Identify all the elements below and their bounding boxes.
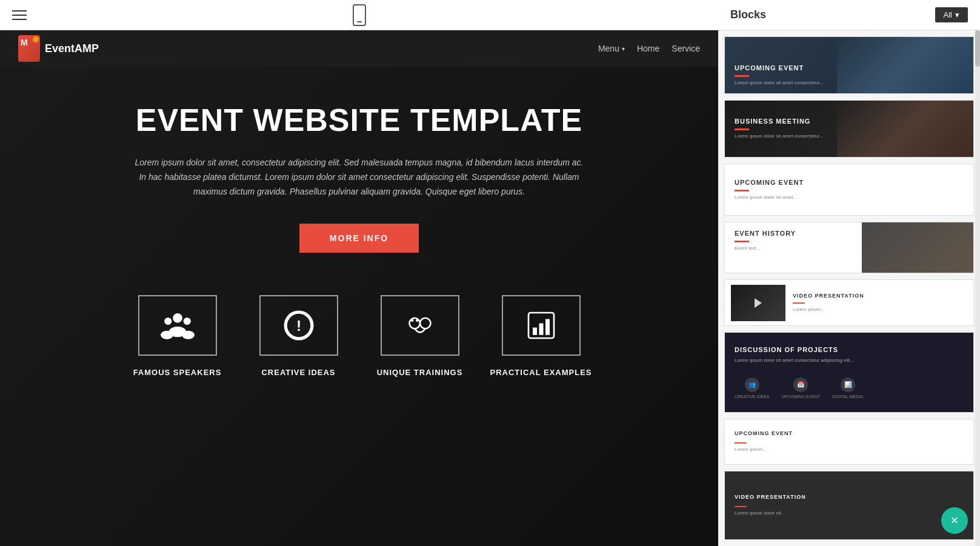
card-accent-line-3 xyxy=(735,190,749,191)
discussion-icon-3: 📊 DIGITAL MEDIA xyxy=(832,378,863,399)
hero-section: EVENT WEBSITE TEMPLATE Lorem ipsum dolor… xyxy=(0,67,718,271)
card-content-6: DISCUSSION OF PROJECTS Lorem ipsum dolor… xyxy=(725,333,973,412)
feature-famous-speakers: FAMOUS SPEAKERS xyxy=(117,295,238,377)
card-text-3: Lorem ipsum dolor sit amet... xyxy=(735,194,964,201)
ideas-icon: ! xyxy=(282,308,316,342)
svg-rect-16 xyxy=(545,319,550,335)
icon-label-2: UPCOMING EVENT xyxy=(781,395,820,399)
card-accent-5 xyxy=(793,302,805,304)
icon-label-1: CREATIVE IDEAS xyxy=(735,395,769,399)
logo-icon: M xyxy=(18,35,40,62)
discussion-icon-2: 📅 UPCOMING EVENT xyxy=(781,378,820,399)
card-title-6: DISCUSSION OF PROJECTS xyxy=(735,346,964,353)
nav-menu[interactable]: Menu ▾ xyxy=(598,44,625,53)
logo-letter: M xyxy=(21,38,28,47)
svg-rect-15 xyxy=(539,323,543,335)
card-image-4 xyxy=(862,222,974,273)
svg-point-11 xyxy=(410,318,413,321)
svg-point-1 xyxy=(164,317,172,324)
creative-ideas-label: CREATIVE IDEAS xyxy=(261,368,335,377)
icon-circle-2: 📅 xyxy=(793,378,808,392)
trainings-icon xyxy=(403,308,437,342)
card-text: Lorem ipsum dolor sit amet consectetur..… xyxy=(735,79,964,86)
filter-arrow-icon: ▾ xyxy=(955,10,959,19)
card-content-3: UPCOMING EVENT Lorem ipsum dolor sit ame… xyxy=(725,164,973,215)
video-thumb xyxy=(731,285,785,321)
nav-service[interactable]: Service xyxy=(672,44,700,53)
card-content-8: VIDEO PRESENTATION Lorem ipsum dolor sit… xyxy=(725,471,973,539)
filter-label: All xyxy=(944,10,952,19)
card-accent-line xyxy=(735,75,749,77)
unique-trainings-label: UNIQUE TRAININGS xyxy=(377,368,463,377)
famous-speakers-label: FAMOUS SPEAKERS xyxy=(133,368,222,377)
card-text-8: Lorem ipsum dolor sit... xyxy=(735,510,964,516)
svg-point-12 xyxy=(416,318,419,321)
svg-text:!: ! xyxy=(296,317,301,333)
card-title-4: EVENT HISTORY xyxy=(735,230,852,237)
close-button[interactable]: × xyxy=(941,507,968,534)
block-card-video-presentation[interactable]: VIDEO PRESENTATION Lorem ipsum... xyxy=(724,279,974,326)
discussion-icons: 👥 CREATIVE IDEAS 📅 UPCOMING EVENT 📊 DIGI… xyxy=(735,378,964,399)
svg-point-0 xyxy=(173,313,182,322)
card-content-7: UPCOMING EVENT Lorem ipsum... xyxy=(725,419,973,464)
sidebar-header: Blocks All ▾ xyxy=(718,0,980,30)
feature-practical-examples: PRACTICAL EXAMPLES xyxy=(481,295,602,377)
discussion-icon-1: 👥 CREATIVE IDEAS xyxy=(735,378,769,399)
block-card-discussion[interactable]: DISCUSSION OF PROJECTS Lorem ipsum dolor… xyxy=(724,332,974,413)
card-text-2: Lorem ipsum dolor sit amet consectetur..… xyxy=(735,133,964,139)
block-card-event-history[interactable]: EVENT HISTORY Event text... xyxy=(724,222,974,274)
nav-home[interactable]: Home xyxy=(637,44,659,53)
scrollbar-thumb[interactable] xyxy=(975,30,980,67)
hamburger-menu[interactable] xyxy=(12,10,27,20)
feature-creative-ideas: ! CREATIVE IDEAS xyxy=(238,295,359,377)
card-title-8: VIDEO PRESENTATION xyxy=(735,494,964,500)
card-content-5: VIDEO PRESENTATION Lorem ipsum... xyxy=(793,293,864,313)
famous-speakers-icon-box xyxy=(138,295,217,356)
nav-bar: M EventAMP Menu ▾ Home Service xyxy=(0,30,718,67)
card-title-2: BUSINESS MEETING xyxy=(735,118,964,125)
feature-unique-trainings: UNIQUE TRAININGS xyxy=(359,295,481,377)
hero-subtitle: Lorem ipsum dolor sit amet, consectetur … xyxy=(132,156,587,199)
toolbar xyxy=(0,0,718,30)
more-info-button[interactable]: MORE INFO xyxy=(299,224,419,253)
mobile-preview-icon[interactable] xyxy=(353,4,366,26)
svg-rect-14 xyxy=(533,327,537,335)
block-card-video-2[interactable]: VIDEO PRESENTATION Lorem ipsum dolor sit… xyxy=(724,471,974,540)
svg-point-4 xyxy=(161,330,173,339)
nav-menu-arrow: ▾ xyxy=(622,45,625,52)
card-title-3: UPCOMING EVENT xyxy=(735,179,964,186)
svg-point-5 xyxy=(182,330,195,339)
card-content-4: EVENT HISTORY Event text... xyxy=(725,222,862,273)
logo-text: EventAMP xyxy=(45,42,99,55)
website-preview: M EventAMP Menu ▾ Home Service xyxy=(0,30,718,546)
creative-ideas-icon-box: ! xyxy=(259,295,338,356)
card-text-7: Lorem ipsum... xyxy=(735,446,964,453)
card-accent-7 xyxy=(735,442,747,444)
card-accent-line-4 xyxy=(735,241,749,242)
nav-home-label: Home xyxy=(637,44,659,53)
block-card-upcoming-2[interactable]: UPCOMING EVENT Lorem ipsum... xyxy=(724,419,974,465)
hero-title: EVENT WEBSITE TEMPLATE xyxy=(24,103,694,138)
right-sidebar: Blocks All ▾ UPCOMING EVENT Lorem ipsum … xyxy=(718,0,980,546)
card-accent-8 xyxy=(735,506,747,507)
block-card-business-meeting[interactable]: BUSINESS MEETING Lorem ipsum dolor sit a… xyxy=(724,100,974,158)
examples-icon xyxy=(524,308,558,342)
card-title: UPCOMING EVENT xyxy=(735,64,964,72)
block-card-upcoming-dark[interactable]: UPCOMING EVENT Lorem ipsum dolor sit ame… xyxy=(724,36,974,94)
card-title-7: UPCOMING EVENT xyxy=(735,430,964,436)
speakers-icon xyxy=(161,308,195,342)
icon-circle-1: 👥 xyxy=(745,378,759,392)
icon-circle-3: 📊 xyxy=(841,378,855,392)
play-icon xyxy=(755,298,762,308)
practical-examples-icon-box xyxy=(502,295,581,356)
nav-logo: M EventAMP xyxy=(18,35,99,62)
card-accent-line-2 xyxy=(735,128,749,130)
card-text-6: Lorem ipsum dolor sit amet consectetur a… xyxy=(735,357,964,364)
unique-trainings-icon-box xyxy=(381,295,459,356)
sidebar-filter-button[interactable]: All ▾ xyxy=(935,7,968,22)
block-card-upcoming-light[interactable]: UPCOMING EVENT Lorem ipsum dolor sit ame… xyxy=(724,164,974,216)
scrollbar-track[interactable] xyxy=(975,30,980,546)
features-section: FAMOUS SPEAKERS ! CREATIVE IDEAS xyxy=(0,271,718,377)
card-text-4: Event text... xyxy=(735,245,852,251)
card-text-5: Lorem ipsum... xyxy=(793,306,864,313)
